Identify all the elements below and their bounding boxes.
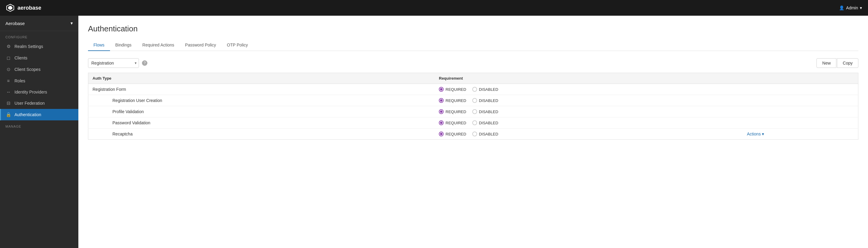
- requirement-cell: REQUIREDDISABLED: [435, 117, 743, 129]
- sidebar-item-label: Client Scopes: [14, 67, 40, 72]
- page-title: Authentication: [88, 24, 858, 33]
- toolbar: Registration Browser Direct Grant Reset …: [88, 58, 858, 68]
- authentication-icon: 🔒: [5, 112, 11, 117]
- requirement-cell: REQUIREDDISABLED: [435, 95, 743, 106]
- sidebar-item-label: User Federation: [14, 101, 44, 106]
- sidebar-item-label: Roles: [14, 78, 25, 83]
- sidebar-item-authentication[interactable]: 🔒 Authentication: [0, 109, 79, 120]
- toolbar-left: Registration Browser Direct Grant Reset …: [88, 58, 147, 68]
- main-content: Authentication Flows Bindings Required A…: [79, 16, 868, 248]
- col-header-requirement: Requirement: [435, 73, 743, 84]
- top-navigation: aerobase 👤 Admin ▾: [0, 0, 868, 16]
- configure-section-label: Configure: [0, 31, 79, 41]
- clients-icon: ◻: [5, 55, 11, 61]
- required-label: REQUIRED: [445, 121, 466, 125]
- actions-cell: [743, 117, 858, 129]
- sidebar-item-label: Realm Settings: [14, 44, 43, 49]
- logo-text: aerobase: [18, 5, 41, 11]
- client-scopes-icon: ⊙: [5, 67, 11, 72]
- svg-marker-1: [8, 6, 12, 10]
- sidebar-item-identity-providers[interactable]: ↔ Identity Providers: [0, 86, 79, 98]
- toolbar-right: New Copy: [816, 58, 858, 68]
- sidebar-item-clients[interactable]: ◻ Clients: [0, 52, 79, 64]
- actions-dropdown[interactable]: Actions ▾: [747, 132, 854, 136]
- radio-required[interactable]: REQUIRED: [439, 87, 466, 92]
- table-row: Profile ValidationREQUIREDDISABLED: [88, 106, 858, 117]
- sidebar-item-label: Identity Providers: [14, 90, 47, 94]
- col-header-actions: [743, 73, 858, 84]
- required-label: REQUIRED: [445, 87, 466, 92]
- user-label: Admin: [846, 5, 858, 10]
- radio-disabled[interactable]: DISABLED: [472, 120, 498, 125]
- table-row: Registration User CreationREQUIREDDISABL…: [88, 95, 858, 106]
- new-button[interactable]: New: [816, 58, 836, 68]
- tab-required-actions[interactable]: Required Actions: [137, 39, 180, 51]
- auth-type-cell: Registration Form: [88, 84, 435, 95]
- required-label: REQUIRED: [445, 132, 466, 136]
- realm-dropdown-icon: ▾: [70, 21, 73, 26]
- table-row: Registration FormREQUIREDDISABLED: [88, 84, 858, 95]
- disabled-label: DISABLED: [479, 121, 498, 125]
- sidebar-item-label: Authentication: [14, 112, 41, 117]
- auth-type-cell: Registration User Creation: [88, 95, 435, 106]
- manage-section-label: Manage: [0, 120, 79, 130]
- tab-bindings[interactable]: Bindings: [110, 39, 137, 51]
- sidebar-item-user-federation[interactable]: ⊟ User Federation: [0, 98, 79, 109]
- flow-select[interactable]: Registration Browser Direct Grant Reset …: [88, 58, 139, 68]
- disabled-label: DISABLED: [479, 87, 498, 92]
- user-dropdown-icon: ▾: [860, 5, 862, 10]
- col-header-auth-type: Auth Type: [88, 73, 435, 84]
- auth-type-cell: Profile Validation: [88, 106, 435, 117]
- sidebar-item-label: Clients: [14, 56, 27, 60]
- radio-required[interactable]: REQUIRED: [439, 132, 466, 136]
- sidebar-item-client-scopes[interactable]: ⊙ Client Scopes: [0, 64, 79, 75]
- actions-cell: [743, 95, 858, 106]
- actions-cell: Actions ▾: [743, 129, 858, 140]
- radio-disabled[interactable]: DISABLED: [472, 87, 498, 92]
- auth-type-cell: Password Validation: [88, 117, 435, 129]
- required-label: REQUIRED: [445, 110, 466, 114]
- sidebar: Aerobase ▾ Configure ⚙ Realm Settings ◻ …: [0, 16, 79, 248]
- user-icon: 👤: [839, 5, 844, 10]
- tab-otp-policy[interactable]: OTP Policy: [221, 39, 253, 51]
- copy-button[interactable]: Copy: [837, 58, 858, 68]
- disabled-label: DISABLED: [479, 132, 498, 136]
- realm-name: Aerobase: [5, 21, 25, 26]
- sidebar-item-roles[interactable]: ≡ Roles: [0, 75, 79, 86]
- radio-disabled[interactable]: DISABLED: [472, 98, 498, 103]
- disabled-label: DISABLED: [479, 98, 498, 103]
- tab-password-policy[interactable]: Password Policy: [180, 39, 221, 51]
- radio-required[interactable]: REQUIRED: [439, 98, 466, 103]
- roles-icon: ≡: [5, 78, 11, 83]
- table-row: Password ValidationREQUIREDDISABLED: [88, 117, 858, 129]
- auth-table: Auth Type Requirement Registration FormR…: [88, 73, 858, 140]
- radio-disabled[interactable]: DISABLED: [472, 132, 498, 136]
- user-federation-icon: ⊟: [5, 101, 11, 106]
- radio-required[interactable]: REQUIRED: [439, 109, 466, 114]
- actions-cell: [743, 84, 858, 95]
- sidebar-item-realm-settings[interactable]: ⚙ Realm Settings: [0, 41, 79, 52]
- requirement-cell: REQUIREDDISABLED: [435, 84, 743, 95]
- radio-disabled[interactable]: DISABLED: [472, 109, 498, 114]
- tab-flows[interactable]: Flows: [88, 39, 110, 51]
- logo-icon: [6, 4, 14, 12]
- radio-required[interactable]: REQUIRED: [439, 120, 466, 125]
- actions-cell: [743, 106, 858, 117]
- help-icon[interactable]: ?: [142, 60, 147, 66]
- disabled-label: DISABLED: [479, 110, 498, 114]
- required-label: REQUIRED: [445, 98, 466, 103]
- user-menu[interactable]: 👤 Admin ▾: [839, 5, 862, 10]
- identity-providers-icon: ↔: [5, 89, 11, 94]
- flow-select-wrapper: Registration Browser Direct Grant Reset …: [88, 58, 139, 68]
- requirement-cell: REQUIREDDISABLED: [435, 129, 743, 140]
- requirement-cell: REQUIREDDISABLED: [435, 106, 743, 117]
- realm-selector[interactable]: Aerobase ▾: [0, 16, 79, 31]
- logo: aerobase: [6, 4, 41, 12]
- table-row: RecaptchaREQUIREDDISABLEDActions ▾: [88, 129, 858, 140]
- realm-settings-icon: ⚙: [5, 44, 11, 49]
- tab-bar: Flows Bindings Required Actions Password…: [88, 39, 858, 51]
- auth-type-cell: Recaptcha: [88, 129, 435, 140]
